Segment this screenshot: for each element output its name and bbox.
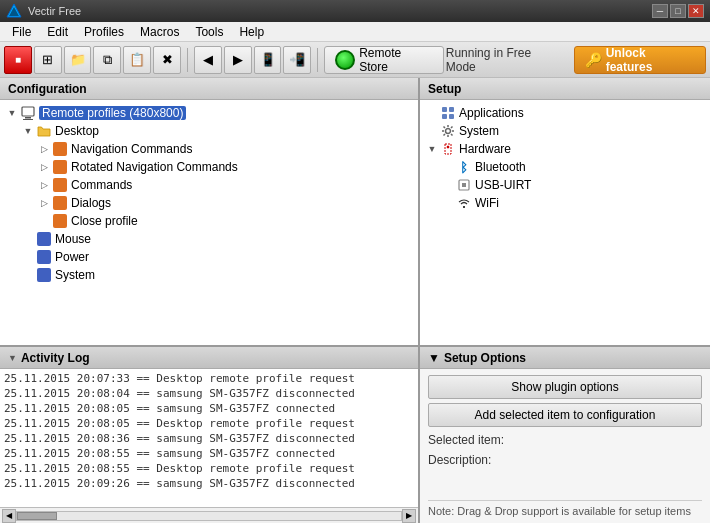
tree-item-system[interactable]: ▷ System xyxy=(0,266,418,284)
hscroll-right-arrow[interactable]: ▶ xyxy=(402,509,416,523)
tb-btn-6[interactable]: ◀ xyxy=(194,46,222,74)
show-plugin-options-button[interactable]: Show plugin options xyxy=(428,375,702,399)
toolbar-separator-2 xyxy=(317,48,318,72)
svg-rect-5 xyxy=(442,107,447,112)
setup-item-applications[interactable]: ▷ Applications xyxy=(420,104,710,122)
svg-rect-6 xyxy=(449,107,454,112)
setup-system-label: System xyxy=(459,124,499,138)
copy-icon: ⧉ xyxy=(103,52,112,68)
folder-icon xyxy=(36,123,52,139)
panels-bottom: ▼ Activity Log 25.11.2015 20:07:33 == De… xyxy=(0,345,710,523)
tree-item-mouse[interactable]: ▷ Mouse xyxy=(0,230,418,248)
hscroll-left-arrow[interactable]: ◀ xyxy=(2,509,16,523)
delete-icon: ✖ xyxy=(162,52,173,67)
forward-icon: ▶ xyxy=(233,52,243,67)
expander-hardware[interactable]: ▼ xyxy=(424,141,440,157)
tb-btn-1[interactable]: ⊞ xyxy=(34,46,62,74)
key-icon: 🔑 xyxy=(585,52,602,68)
hardware-icon xyxy=(440,141,456,157)
description-label: Description: xyxy=(428,453,702,467)
tree-item-nav-commands[interactable]: ▷ Navigation Commands xyxy=(0,140,418,158)
setup-tree[interactable]: ▷ Applications ▷ xyxy=(420,100,710,345)
setup-item-hardware[interactable]: ▼ Hardware xyxy=(420,140,710,158)
phone-icon: 📱 xyxy=(260,52,276,67)
tree-item-rotated-nav[interactable]: ▷ Rotated Navigation Commands xyxy=(0,158,418,176)
hardware-label: Hardware xyxy=(459,142,511,156)
bluetooth-icon: ᛒ xyxy=(456,159,472,175)
log-line-2: 25.11.2015 20:08:05 == samsung SM-G357FZ… xyxy=(4,401,414,416)
activity-dropdown-arrow[interactable]: ▼ xyxy=(8,353,17,363)
hscroll-thumb[interactable] xyxy=(17,512,57,520)
nav-commands-icon xyxy=(52,141,68,157)
menu-tools[interactable]: Tools xyxy=(187,23,231,41)
svg-rect-8 xyxy=(449,114,454,119)
tb-btn-2[interactable]: 📁 xyxy=(64,46,92,74)
expander-rotated-nav[interactable]: ▷ xyxy=(36,159,52,175)
rotated-nav-label: Rotated Navigation Commands xyxy=(71,160,238,174)
tb-btn-5[interactable]: ✖ xyxy=(153,46,181,74)
tb-btn-3[interactable]: ⧉ xyxy=(93,46,121,74)
add-selected-item-button[interactable]: Add selected item to configuration xyxy=(428,403,702,427)
close-profile-icon xyxy=(52,213,68,229)
hscroll-track[interactable] xyxy=(16,511,402,521)
expander-nav-commands[interactable]: ▷ xyxy=(36,141,52,157)
usb-uirt-label: USB-UIRT xyxy=(475,178,531,192)
menu-help[interactable]: Help xyxy=(231,23,272,41)
minimize-button[interactable]: ─ xyxy=(652,4,668,18)
setup-options-dropdown-arrow[interactable]: ▼ xyxy=(428,351,440,365)
menu-macros[interactable]: Macros xyxy=(132,23,187,41)
maximize-button[interactable]: □ xyxy=(670,4,686,18)
tree-item-dialogs[interactable]: ▷ Dialogs xyxy=(0,194,418,212)
expander-commands[interactable]: ▷ xyxy=(36,177,52,193)
tb-btn-4[interactable]: 📋 xyxy=(123,46,151,74)
tb-btn-8[interactable]: 📱 xyxy=(254,46,282,74)
activity-hscrollbar[interactable]: ◀ ▶ xyxy=(0,507,418,523)
power-label: Power xyxy=(55,250,89,264)
menu-file[interactable]: File xyxy=(4,23,39,41)
log-line-4: 25.11.2015 20:08:36 == samsung SM-G357FZ… xyxy=(4,431,414,446)
menu-profiles[interactable]: Profiles xyxy=(76,23,132,41)
applications-label: Applications xyxy=(459,106,524,120)
tree-item-commands[interactable]: ▷ Commands xyxy=(0,176,418,194)
drag-drop-note: Note: Drag & Drop support is available f… xyxy=(428,500,702,517)
setup-item-usb-uirt[interactable]: ▷ USB-UIRT xyxy=(420,176,710,194)
expander-remote-profiles[interactable]: ▼ xyxy=(4,105,20,121)
app-icon xyxy=(6,3,22,19)
activity-panel: ▼ Activity Log 25.11.2015 20:07:33 == De… xyxy=(0,347,420,523)
remote-store-button[interactable]: Remote Store xyxy=(324,46,443,74)
unlock-label: Unlock features xyxy=(606,46,695,74)
rotated-nav-icon xyxy=(52,159,68,175)
stop-button[interactable]: ■ xyxy=(4,46,32,74)
setup-panel: Setup ▷ Applications xyxy=(420,78,710,345)
setup-options-content: Show plugin options Add selected item to… xyxy=(420,369,710,523)
tb-btn-7[interactable]: ▶ xyxy=(224,46,252,74)
toolbar-separator-1 xyxy=(187,48,188,72)
expander-dialogs[interactable]: ▷ xyxy=(36,195,52,211)
tree-item-desktop[interactable]: ▼ Desktop xyxy=(0,122,418,140)
bluetooth-label: Bluetooth xyxy=(475,160,526,174)
dialogs-icon xyxy=(52,195,68,211)
setup-item-system[interactable]: ▷ System xyxy=(420,122,710,140)
power-icon xyxy=(36,249,52,265)
expander-desktop[interactable]: ▼ xyxy=(20,123,36,139)
setup-options-panel: ▼ Setup Options Show plugin options Add … xyxy=(420,347,710,523)
system-icon xyxy=(36,267,52,283)
close-button[interactable]: ✕ xyxy=(688,4,704,18)
activity-title: Activity Log xyxy=(21,351,90,365)
wifi-icon xyxy=(456,195,472,211)
tb-btn-9[interactable]: 📲 xyxy=(283,46,311,74)
config-tree[interactable]: ▼ Remote profiles (480x800) ▼ xyxy=(0,100,418,345)
usb-icon xyxy=(456,177,472,193)
tree-item-power[interactable]: ▷ Power xyxy=(0,248,418,266)
tree-item-close-profile[interactable]: ▷ Close profile xyxy=(0,212,418,230)
setup-title: Setup xyxy=(428,82,461,96)
setup-header: Setup xyxy=(420,78,710,100)
setup-item-wifi[interactable]: ▷ WiFi xyxy=(420,194,710,212)
setup-item-bluetooth[interactable]: ▷ ᛒ Bluetooth xyxy=(420,158,710,176)
setup-options-header: ▼ Setup Options xyxy=(420,347,710,369)
unlock-features-button[interactable]: 🔑 Unlock features xyxy=(574,46,706,74)
main-content: Configuration ▼ Remote profiles (480x800… xyxy=(0,78,710,523)
remote-profiles-label: Remote profiles (480x800) xyxy=(39,106,186,120)
tree-item-remote-profiles[interactable]: ▼ Remote profiles (480x800) xyxy=(0,104,418,122)
menu-edit[interactable]: Edit xyxy=(39,23,76,41)
